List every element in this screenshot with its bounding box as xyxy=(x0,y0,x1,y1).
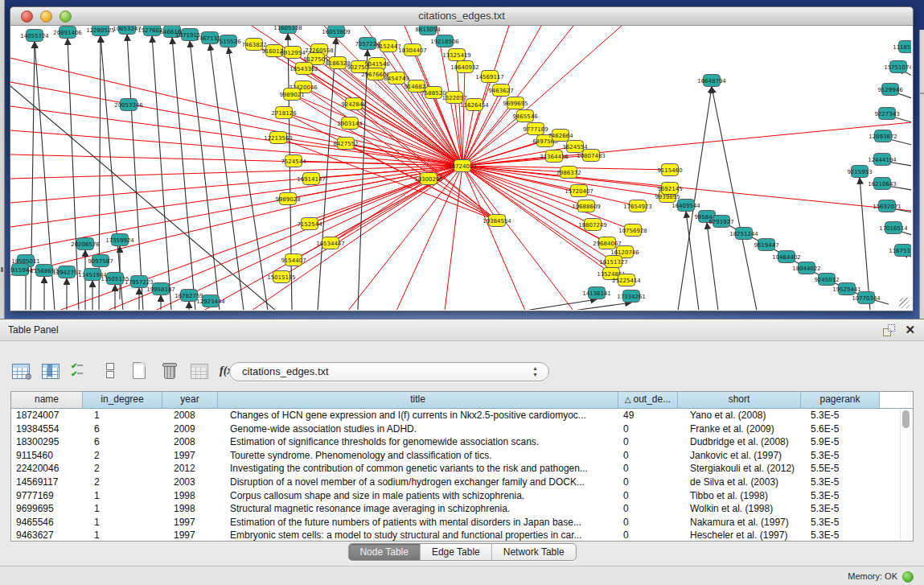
graph-node[interactable]: 10464402 xyxy=(772,251,801,263)
graph-node[interactable]: 20053346 xyxy=(114,99,143,111)
float-panel-icon[interactable] xyxy=(883,324,895,336)
table-vertical-scrollbar[interactable] xyxy=(900,409,912,540)
table-cell: Hescheler et al. (1997) xyxy=(678,529,801,542)
window-titlebar[interactable]: citations_edges.txt xyxy=(10,7,913,26)
column-header-title[interactable]: title xyxy=(218,392,618,408)
table-row[interactable]: 911546021997Tourette syndrome. Phenomeno… xyxy=(11,449,913,463)
table-type-tabs: Node TableEdge TableNetwork Table xyxy=(347,543,576,561)
graph-node[interactable]: 11185251 xyxy=(893,41,911,53)
graph-node[interactable]: 9097587 xyxy=(88,255,113,267)
close-panel-icon[interactable]: ✕ xyxy=(905,322,915,338)
svg-text:2903144: 2903144 xyxy=(337,121,363,127)
graph-node[interactable]: 9115460 xyxy=(657,164,682,176)
tab-edge-table[interactable]: Edge Table xyxy=(421,544,492,560)
graph-node[interactable]: 18044022 xyxy=(792,262,821,274)
table-row[interactable]: 946362711997Embryonic stem cells: a mode… xyxy=(11,529,913,542)
graph-node[interactable]: 17334261 xyxy=(617,290,646,303)
graph-node[interactable]: 14055724 xyxy=(20,30,49,42)
window-resize-grip[interactable] xyxy=(899,298,910,308)
svg-text:9154407: 9154407 xyxy=(281,257,306,264)
collapsed-panel-edge-right[interactable] xyxy=(919,30,924,319)
tab-node-table[interactable]: Node Table xyxy=(348,544,421,560)
row-box xyxy=(106,363,114,370)
table-cell: 1997 xyxy=(162,516,218,529)
graph-node[interactable]: 7152544 xyxy=(297,218,322,230)
svg-text:12923444: 12923444 xyxy=(196,299,225,305)
network-view-window[interactable]: citations_edges.txt 14055724208914061228… xyxy=(10,6,914,311)
graph-node[interactable]: 7524544 xyxy=(281,155,306,167)
table-cell: 5.6E-5 xyxy=(801,422,880,436)
table-source-select[interactable]: citations_edges.txt ▲▼ xyxy=(229,362,549,381)
graph-node[interactable]: 17359924 xyxy=(105,234,134,246)
table-row[interactable]: 1456911722003Disruption of a novel membe… xyxy=(11,476,913,489)
graph-node[interactable]: 10756928 xyxy=(618,225,647,237)
delete-column-icon[interactable] xyxy=(160,362,179,380)
graph-node[interactable]: 2903144 xyxy=(337,117,363,130)
show-columns-icon[interactable] xyxy=(41,362,60,380)
import-table-icon[interactable] xyxy=(190,362,209,380)
node-table[interactable]: namein_degreeyeartitle△out_de...shortpag… xyxy=(10,391,914,542)
graph-node[interactable]: 12444194 xyxy=(868,154,897,166)
header-filler xyxy=(880,392,913,408)
table-cell: 1 xyxy=(83,489,162,503)
graph-node[interactable]: 14569117 xyxy=(475,71,504,83)
select-rows-icon[interactable]: ✔✔ xyxy=(71,362,90,380)
citation-network-graph[interactable]: 1405572420891406122805251065324715276021… xyxy=(10,26,911,310)
graph-node[interactable]: 15692071 xyxy=(873,200,901,212)
tab-network-table[interactable]: Network Table xyxy=(492,544,576,560)
graph-node[interactable]: 9989028 xyxy=(275,193,300,205)
graph-node[interactable]: 16409544 xyxy=(671,200,700,212)
graph-node[interactable]: 10688609 xyxy=(572,200,601,212)
column-header-in_degree[interactable]: in_degree xyxy=(83,392,162,408)
table-row[interactable]: 977716911998Corpus callosum shape and si… xyxy=(11,489,913,503)
graph-node[interactable]: 18304407 xyxy=(398,44,427,56)
table-row[interactable]: 969969511998Structural magnetic resonanc… xyxy=(11,502,913,516)
graph-node[interactable]: 17654923 xyxy=(623,200,652,212)
graph-node[interactable]: 20206576 xyxy=(71,238,100,250)
svg-text:9215953: 9215953 xyxy=(847,169,872,175)
graph-node[interactable]: 9699695 xyxy=(503,97,528,109)
graph-node[interactable]: 8813054 xyxy=(415,26,441,35)
table-row[interactable]: 1872400712008Changes of HCN gene express… xyxy=(11,409,913,422)
graph-node[interactable]: 16914147 xyxy=(297,173,326,185)
graph-node[interactable]: 16210643 xyxy=(868,178,897,190)
graph-node[interactable]: 14136141 xyxy=(582,287,611,299)
table-row[interactable]: 946554611997Estimation of the future num… xyxy=(11,516,913,529)
column-header-pagerank[interactable]: pagerank xyxy=(801,392,880,408)
graph-node[interactable]: 19218506 xyxy=(430,35,459,47)
graph-node[interactable]: 9215953 xyxy=(847,166,872,178)
column-header-short[interactable]: short xyxy=(678,392,801,408)
svg-text:8427552: 8427552 xyxy=(333,141,358,147)
memory-status-indicator[interactable] xyxy=(902,571,914,583)
table-cell: 0 xyxy=(618,529,678,542)
row-layout-icon[interactable] xyxy=(101,362,120,380)
create-column-icon[interactable] xyxy=(130,362,150,380)
scrollbar-thumb[interactable] xyxy=(902,410,910,428)
column-header-year[interactable]: year xyxy=(162,392,218,408)
table-row[interactable]: 2242004622012Investigating the contribut… xyxy=(11,462,913,476)
collapsed-panel-edge-left[interactable] xyxy=(0,0,5,319)
graph-node[interactable]: 11605338 xyxy=(273,26,302,34)
graph-node[interactable]: 18640932 xyxy=(450,61,479,73)
table-options-icon[interactable]: ⚙ xyxy=(11,362,31,380)
graph-node[interactable]: 20891406 xyxy=(53,27,82,39)
graph-node[interactable]: 12280525 xyxy=(86,26,115,36)
table-cell: 5.3E-5 xyxy=(801,449,880,463)
graph-node[interactable]: 16648794 xyxy=(697,75,726,87)
svg-text:17957223: 17957223 xyxy=(125,279,154,286)
table-row[interactable]: 1938455462009Genome-wide association stu… xyxy=(11,422,913,436)
graph-node[interactable]: 18251244 xyxy=(729,228,758,240)
graph-node[interactable]: 16534447 xyxy=(316,237,345,249)
column-header-out_de[interactable]: △out_de... xyxy=(618,392,678,408)
graph-node[interactable]: 9465546 xyxy=(512,110,538,122)
graph-node[interactable]: 13325419 xyxy=(442,49,471,61)
network-canvas[interactable]: 1405572420891406122805251065324715276021… xyxy=(10,26,911,310)
svg-text:9242848: 9242848 xyxy=(341,101,366,108)
table-row[interactable]: 1830029562008Estimation of significance … xyxy=(11,435,913,449)
column-header-name[interactable]: name xyxy=(11,392,83,408)
graph-node[interactable]: 15751074 xyxy=(884,61,911,73)
graph-node[interactable]: 11675331 xyxy=(889,245,911,257)
graph-node[interactable]: 9463627 xyxy=(488,84,513,97)
graph-node[interactable]: 17016514 xyxy=(879,222,908,234)
svg-text:7462664: 7462664 xyxy=(548,133,573,139)
